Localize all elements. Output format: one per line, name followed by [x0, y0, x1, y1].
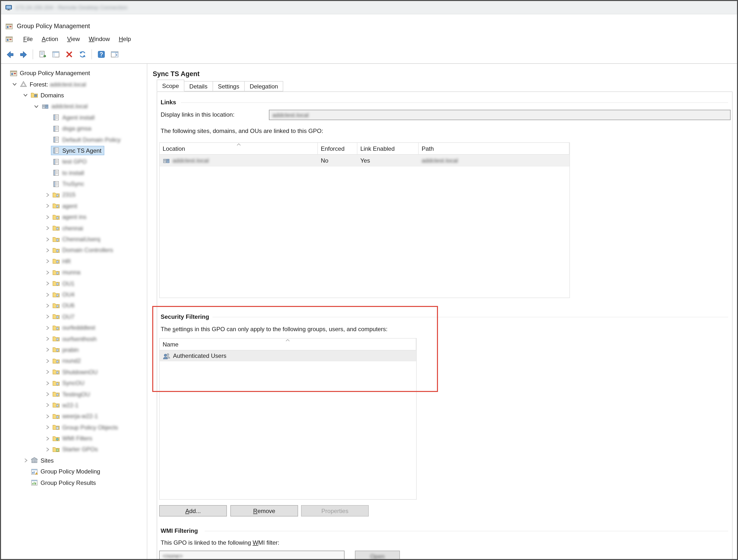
tree-item-agent-install[interactable]: Agent install: [1, 112, 147, 123]
tree-item-test-gpo[interactable]: test GPO: [1, 156, 147, 167]
tree-item-agent-ins[interactable]: agent ins: [1, 211, 147, 223]
tree-item-ou6[interactable]: OU6: [1, 300, 147, 311]
help-icon[interactable]: ?: [95, 48, 107, 61]
display-links-dropdown[interactable]: addctest.local: [269, 110, 731, 120]
tree-item-weerja-w22-1[interactable]: weerja-w22-1: [1, 411, 147, 422]
chevron-collapsed-icon[interactable]: [22, 457, 29, 464]
forward-arrow-icon[interactable]: [17, 48, 30, 61]
tree-item-chennaiuserq[interactable]: ChennaiUserq: [1, 234, 147, 245]
tree-item-ou7[interactable]: OU7: [1, 311, 147, 322]
properties-button[interactable]: Properties: [301, 505, 369, 517]
chevron-collapsed-icon[interactable]: [43, 446, 51, 453]
tree-item-addctest-local[interactable]: Forest: addctest.local: [1, 79, 147, 90]
links-column-path[interactable]: Path: [419, 143, 570, 154]
tree-item-label: Group Policy Modeling: [40, 468, 100, 475]
chevron-collapsed-icon[interactable]: [43, 236, 51, 243]
chevron-collapsed-icon[interactable]: [43, 347, 51, 354]
wmi-intro: This GPO is linked to the following WMI …: [161, 539, 279, 546]
tree-item-wmi-filters[interactable]: WMI Filters: [1, 433, 147, 444]
menu-item-file[interactable]: File: [19, 34, 37, 44]
tree-item-group-policy-objects[interactable]: Group Policy Objects: [1, 422, 147, 433]
tab-delegation[interactable]: Delegation: [244, 81, 284, 91]
menu-items: FileActionViewWindowHelp: [19, 34, 135, 44]
tree-item-prabin[interactable]: prabin: [1, 345, 147, 356]
chevron-collapsed-icon[interactable]: [43, 314, 51, 320]
chevron-collapsed-icon[interactable]: [43, 247, 51, 254]
links-table-row[interactable]: addctest.localNoYesaddctest.local: [160, 155, 570, 166]
links-column-enforced[interactable]: Enforced: [318, 143, 357, 154]
tree-item-sync-ts-agent[interactable]: Sync TS Agent: [1, 145, 147, 156]
tree-item-shutdownou[interactable]: ShutdownOU: [1, 367, 147, 378]
add-button[interactable]: Add...: [159, 505, 227, 517]
tree-item-group-policy-results[interactable]: Group Policy Results: [1, 477, 147, 488]
tree-item-round2[interactable]: round2: [1, 355, 147, 367]
chevron-collapsed-icon[interactable]: [43, 291, 51, 298]
tree-item-w22-1[interactable]: w22-1: [1, 400, 147, 411]
security-column-name[interactable]: Name: [160, 339, 416, 350]
wmi-filter-dropdown[interactable]: <none>: [159, 551, 345, 559]
remove-button[interactable]: Remove: [230, 505, 298, 517]
chevron-expanded-icon[interactable]: [11, 81, 18, 88]
chevron-collapsed-icon[interactable]: [43, 380, 51, 387]
menu-item-action[interactable]: Action: [37, 34, 63, 44]
chevron-collapsed-icon[interactable]: [43, 335, 51, 342]
back-arrow-icon[interactable]: [4, 48, 16, 61]
chevron-collapsed-icon[interactable]: [43, 424, 51, 431]
chevron-expanded-icon[interactable]: [22, 92, 29, 99]
tree-item-ourfsenthosh[interactable]: ourfsenthosh: [1, 334, 147, 345]
tree-item-group-policy-modeling[interactable]: Group Policy Modeling: [1, 466, 147, 477]
action-pane-icon[interactable]: [108, 48, 121, 61]
chevron-collapsed-icon[interactable]: [43, 358, 51, 365]
tree-item-2315[interactable]: 2315: [1, 189, 147, 201]
chevron-collapsed-icon[interactable]: [43, 435, 51, 442]
chevron-collapsed-icon[interactable]: [43, 214, 51, 221]
tab-scope[interactable]: Scope: [157, 80, 184, 91]
wmi-open-button[interactable]: Open: [355, 551, 400, 559]
tree-item-ourfedddtest[interactable]: ourfedddtest: [1, 322, 147, 334]
chevron-collapsed-icon[interactable]: [43, 203, 51, 209]
links-column-location[interactable]: Location: [160, 143, 318, 154]
tree-item-to-install[interactable]: to install: [1, 167, 147, 178]
tree-item-dsga-gmsa[interactable]: dsga gmsa: [1, 123, 147, 134]
chevron-expanded-icon[interactable]: [33, 103, 40, 110]
menu-item-window[interactable]: Window: [84, 34, 114, 44]
tree-item-starter-gpos[interactable]: Starter GPOs: [1, 444, 147, 455]
tree-item-sites[interactable]: Sites: [1, 455, 147, 466]
tree-item-chennai[interactable]: chennai: [1, 223, 147, 234]
tab-details[interactable]: Details: [184, 81, 213, 91]
tree-item-group-policy-management[interactable]: Group Policy Management: [1, 68, 147, 79]
chevron-collapsed-icon[interactable]: [43, 391, 51, 398]
chevron-collapsed-icon[interactable]: [43, 280, 51, 287]
tree-item-ou1[interactable]: OU1: [1, 278, 147, 289]
chevron-collapsed-icon[interactable]: [43, 269, 51, 276]
refresh-icon[interactable]: [76, 48, 88, 61]
tree-item-syncou[interactable]: SyncOU: [1, 378, 147, 389]
tree-item-agent[interactable]: agent: [1, 200, 147, 211]
console-tree-icon[interactable]: [49, 48, 62, 61]
chevron-collapsed-icon[interactable]: [43, 302, 51, 309]
tree-item-domains[interactable]: Domains: [1, 90, 147, 101]
chevron-collapsed-icon[interactable]: [43, 258, 51, 265]
menu-item-help[interactable]: Help: [114, 34, 135, 44]
menu-item-view[interactable]: View: [62, 34, 84, 44]
chevron-collapsed-icon[interactable]: [43, 413, 51, 420]
chevron-collapsed-icon[interactable]: [43, 369, 51, 376]
tree-item-default-domain-policy[interactable]: Default Domain Policy: [1, 134, 147, 145]
tree-item-domain-controllers[interactable]: Domain Controllers: [1, 245, 147, 256]
links-intro: The following sites, domains, and OUs ar…: [161, 127, 323, 134]
security-table-row[interactable]: Authenticated Users: [160, 351, 416, 361]
delete-icon[interactable]: [63, 48, 75, 61]
tree-item-ou4[interactable]: OU4: [1, 289, 147, 300]
chevron-collapsed-icon[interactable]: [43, 225, 51, 231]
tree-item-hr[interactable]: HR: [1, 256, 147, 267]
tree-item-munna[interactable]: munna: [1, 267, 147, 278]
links-column-link-enabled[interactable]: Link Enabled: [357, 143, 419, 154]
chevron-collapsed-icon[interactable]: [43, 191, 51, 198]
chevron-collapsed-icon[interactable]: [43, 324, 51, 331]
chevron-collapsed-icon[interactable]: [43, 402, 51, 409]
tree-item-trusync[interactable]: TruSync: [1, 178, 147, 189]
tree-item-testingou[interactable]: TestingOU: [1, 389, 147, 400]
tree-item-addctest-local[interactable]: addctest.local: [1, 101, 147, 112]
export-list-icon[interactable]: [36, 48, 48, 61]
tab-settings[interactable]: Settings: [212, 81, 245, 91]
